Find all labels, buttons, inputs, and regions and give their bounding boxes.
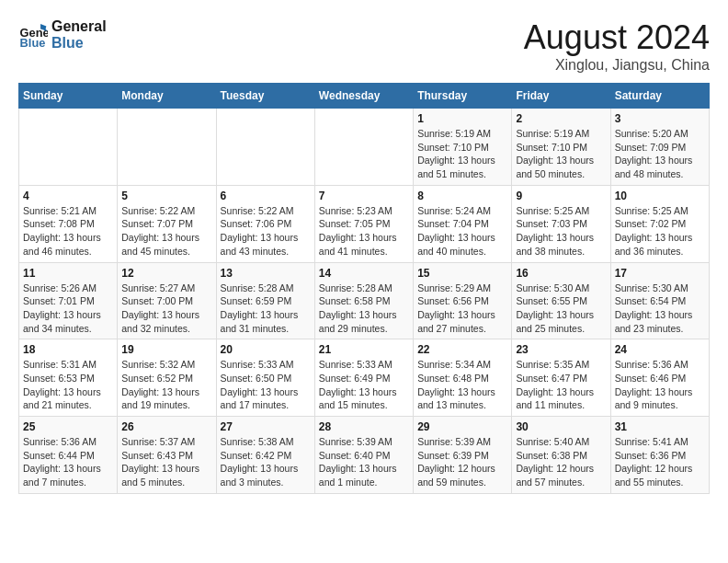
day-number: 16 [516, 267, 606, 280]
day-number: 2 [516, 112, 606, 125]
calendar-cell: 25Sunrise: 5:36 AMSunset: 6:44 PMDayligh… [19, 417, 118, 494]
calendar-cell: 4Sunrise: 5:21 AMSunset: 7:08 PMDaylight… [19, 185, 118, 262]
day-number: 31 [615, 420, 705, 433]
day-number: 27 [221, 420, 311, 433]
title-area: August 2024 Xinglou, Jiangsu, China [524, 18, 710, 74]
day-number: 7 [319, 190, 409, 202]
day-info: Sunrise: 5:19 AMSunset: 7:10 PMDaylight:… [516, 127, 606, 181]
day-number: 12 [121, 267, 211, 280]
day-number: 21 [319, 343, 409, 356]
calendar-week-3: 11Sunrise: 5:26 AMSunset: 7:01 PMDayligh… [19, 262, 710, 339]
day-number: 20 [221, 343, 311, 356]
calendar-cell: 31Sunrise: 5:41 AMSunset: 6:36 PMDayligh… [610, 417, 709, 494]
calendar-cell [216, 109, 314, 186]
calendar-cell: 28Sunrise: 5:39 AMSunset: 6:40 PMDayligh… [314, 417, 413, 494]
calendar-cell: 7Sunrise: 5:23 AMSunset: 7:05 PMDaylight… [314, 185, 413, 262]
calendar-cell: 1Sunrise: 5:19 AMSunset: 7:10 PMDaylight… [414, 109, 512, 186]
calendar-cell: 12Sunrise: 5:27 AMSunset: 7:00 PMDayligh… [118, 262, 216, 339]
day-info: Sunrise: 5:22 AMSunset: 7:07 PMDaylight:… [121, 204, 211, 259]
calendar-cell: 3Sunrise: 5:20 AMSunset: 7:09 PMDaylight… [610, 109, 709, 186]
day-info: Sunrise: 5:33 AMSunset: 6:49 PMDaylight:… [319, 358, 409, 412]
weekday-header-row: SundayMondayTuesdayWednesdayThursdayFrid… [19, 84, 710, 109]
calendar-cell: 19Sunrise: 5:32 AMSunset: 6:52 PMDayligh… [118, 339, 216, 417]
day-number: 11 [23, 267, 113, 280]
weekday-header-monday: Monday [118, 84, 216, 109]
calendar-cell: 27Sunrise: 5:38 AMSunset: 6:42 PMDayligh… [216, 417, 314, 494]
day-info: Sunrise: 5:28 AMSunset: 6:58 PMDaylight:… [319, 282, 409, 336]
day-info: Sunrise: 5:39 AMSunset: 6:40 PMDaylight:… [319, 435, 409, 489]
day-info: Sunrise: 5:30 AMSunset: 6:54 PMDaylight:… [615, 282, 705, 336]
day-info: Sunrise: 5:38 AMSunset: 6:42 PMDaylight:… [221, 435, 311, 489]
calendar-cell: 13Sunrise: 5:28 AMSunset: 6:59 PMDayligh… [216, 262, 314, 339]
weekday-header-saturday: Saturday [610, 84, 709, 109]
day-info: Sunrise: 5:37 AMSunset: 6:43 PMDaylight:… [121, 435, 211, 489]
calendar-cell: 11Sunrise: 5:26 AMSunset: 7:01 PMDayligh… [19, 262, 118, 339]
weekday-header-tuesday: Tuesday [216, 84, 314, 109]
weekday-header-sunday: Sunday [19, 84, 118, 109]
calendar-cell: 30Sunrise: 5:40 AMSunset: 6:38 PMDayligh… [512, 417, 610, 494]
calendar-cell [118, 109, 216, 186]
calendar-cell: 18Sunrise: 5:31 AMSunset: 6:53 PMDayligh… [19, 339, 118, 417]
day-number: 26 [121, 420, 211, 433]
day-number: 4 [23, 190, 113, 202]
calendar-cell: 9Sunrise: 5:25 AMSunset: 7:03 PMDaylight… [512, 185, 610, 262]
calendar-cell: 15Sunrise: 5:29 AMSunset: 6:56 PMDayligh… [414, 262, 512, 339]
calendar-cell [19, 109, 118, 186]
calendar-cell: 29Sunrise: 5:39 AMSunset: 6:39 PMDayligh… [414, 417, 512, 494]
day-info: Sunrise: 5:36 AMSunset: 6:44 PMDaylight:… [23, 435, 113, 489]
calendar-week-5: 25Sunrise: 5:36 AMSunset: 6:44 PMDayligh… [19, 417, 710, 494]
day-info: Sunrise: 5:25 AMSunset: 7:03 PMDaylight:… [516, 204, 606, 259]
day-number: 9 [516, 190, 606, 202]
day-info: Sunrise: 5:27 AMSunset: 7:00 PMDaylight:… [121, 282, 211, 336]
day-info: Sunrise: 5:39 AMSunset: 6:39 PMDaylight:… [417, 435, 507, 489]
calendar-cell: 24Sunrise: 5:36 AMSunset: 6:46 PMDayligh… [610, 339, 709, 417]
calendar-cell: 23Sunrise: 5:35 AMSunset: 6:47 PMDayligh… [512, 339, 610, 417]
calendar-cell: 16Sunrise: 5:30 AMSunset: 6:55 PMDayligh… [512, 262, 610, 339]
day-info: Sunrise: 5:36 AMSunset: 6:46 PMDaylight:… [615, 358, 705, 412]
day-info: Sunrise: 5:26 AMSunset: 7:01 PMDaylight:… [23, 282, 113, 336]
day-info: Sunrise: 5:31 AMSunset: 6:53 PMDaylight:… [23, 358, 113, 412]
day-info: Sunrise: 5:40 AMSunset: 6:38 PMDaylight:… [516, 435, 606, 489]
calendar-cell: 22Sunrise: 5:34 AMSunset: 6:48 PMDayligh… [414, 339, 512, 417]
day-number: 1 [417, 112, 507, 125]
weekday-header-wednesday: Wednesday [314, 84, 413, 109]
calendar-cell: 14Sunrise: 5:28 AMSunset: 6:58 PMDayligh… [314, 262, 413, 339]
day-number: 28 [319, 420, 409, 433]
day-number: 18 [23, 343, 113, 356]
day-number: 5 [121, 190, 211, 202]
day-info: Sunrise: 5:41 AMSunset: 6:36 PMDaylight:… [615, 435, 705, 489]
day-number: 8 [417, 190, 507, 202]
day-info: Sunrise: 5:35 AMSunset: 6:47 PMDaylight:… [516, 358, 606, 412]
calendar-cell: 21Sunrise: 5:33 AMSunset: 6:49 PMDayligh… [314, 339, 413, 417]
calendar-cell: 10Sunrise: 5:25 AMSunset: 7:02 PMDayligh… [610, 185, 709, 262]
day-number: 19 [121, 343, 211, 356]
calendar-cell: 17Sunrise: 5:30 AMSunset: 6:54 PMDayligh… [610, 262, 709, 339]
svg-text:Blue: Blue [20, 35, 46, 49]
day-info: Sunrise: 5:22 AMSunset: 7:06 PMDaylight:… [221, 204, 311, 259]
day-info: Sunrise: 5:30 AMSunset: 6:55 PMDaylight:… [516, 282, 606, 336]
weekday-header-thursday: Thursday [414, 84, 512, 109]
day-info: Sunrise: 5:28 AMSunset: 6:59 PMDaylight:… [221, 282, 311, 336]
logo-line1: General [51, 18, 107, 35]
day-number: 30 [516, 420, 606, 433]
day-info: Sunrise: 5:32 AMSunset: 6:52 PMDaylight:… [121, 358, 211, 412]
calendar-week-2: 4Sunrise: 5:21 AMSunset: 7:08 PMDaylight… [19, 185, 710, 262]
weekday-header-friday: Friday [512, 84, 610, 109]
logo: General Blue General Blue [18, 18, 107, 51]
day-number: 24 [615, 343, 705, 356]
day-number: 25 [23, 420, 113, 433]
page-header: General Blue General Blue August 2024 Xi… [18, 18, 710, 74]
day-info: Sunrise: 5:20 AMSunset: 7:09 PMDaylight:… [615, 127, 705, 181]
calendar-cell: 5Sunrise: 5:22 AMSunset: 7:07 PMDaylight… [118, 185, 216, 262]
day-info: Sunrise: 5:19 AMSunset: 7:10 PMDaylight:… [417, 127, 507, 181]
day-number: 6 [221, 190, 311, 202]
day-info: Sunrise: 5:24 AMSunset: 7:04 PMDaylight:… [417, 204, 507, 259]
location: Xinglou, Jiangsu, China [524, 57, 710, 74]
calendar-cell: 6Sunrise: 5:22 AMSunset: 7:06 PMDaylight… [216, 185, 314, 262]
day-number: 15 [417, 267, 507, 280]
month-title: August 2024 [524, 18, 710, 57]
day-info: Sunrise: 5:33 AMSunset: 6:50 PMDaylight:… [221, 358, 311, 412]
logo-line2: Blue [51, 35, 107, 52]
day-number: 14 [319, 267, 409, 280]
calendar-week-1: 1Sunrise: 5:19 AMSunset: 7:10 PMDaylight… [19, 109, 710, 186]
